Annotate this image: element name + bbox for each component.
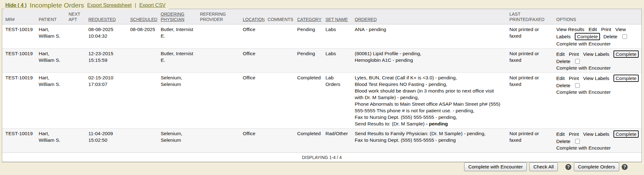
cell-comments [264, 73, 294, 129]
row-checkbox[interactable] [622, 34, 627, 39]
view-labels-link[interactable]: View Labels [583, 51, 609, 57]
row-checkbox[interactable] [575, 83, 580, 88]
cell-ordered: Send Results to Family Physician: (Dr. M… [352, 129, 506, 153]
cell-next_apt [65, 73, 85, 129]
complete-button[interactable]: Complete [613, 50, 639, 58]
complete-with-encounter-link[interactable]: Complete with Encounter [556, 145, 641, 151]
cell-scheduled: 08-08-2025 [127, 24, 158, 49]
complete-button[interactable]: Complete [575, 33, 600, 40]
complete-button[interactable]: Complete [613, 75, 639, 82]
cell-scheduled [127, 73, 158, 129]
edit-link[interactable]: Edit [556, 51, 565, 57]
column-header-set_name[interactable]: SET NAME [322, 9, 352, 24]
bottom-action-bar: Complete with Encounter Check All ? Comp… [464, 162, 628, 171]
column-header-patient: PATIENT [36, 9, 65, 24]
order-row: TEST-10019Hart,William S.02-15-201017:03… [2, 73, 641, 129]
column-header-scheduled[interactable]: SCHEDULED [127, 9, 158, 24]
print-link[interactable]: Print [569, 51, 579, 57]
cell-location: Office [240, 73, 264, 129]
cell-referring_provider [197, 129, 240, 153]
orders-page: Hide ( 4 ) Incomplete Orders Export Spre… [0, 0, 644, 175]
help-icon[interactable]: ? [565, 164, 571, 170]
help-icon[interactable]: ? [622, 164, 628, 170]
column-header-ordered[interactable]: ORDERED [352, 9, 506, 24]
row-checkbox[interactable] [575, 139, 580, 144]
column-header-next_apt: NEXTAPT [65, 9, 85, 24]
cell-options: View Results Edit Print View Labels Comp… [553, 24, 641, 49]
cell-patient: Hart,William S. [36, 24, 65, 49]
complete-button[interactable]: Complete [613, 130, 639, 138]
cell-referring_provider [197, 73, 240, 129]
delete-link[interactable]: Delete [556, 59, 570, 64]
delete-link[interactable]: Delete [556, 139, 570, 144]
column-header-mr: MR# [2, 9, 36, 24]
cell-scheduled [127, 49, 158, 73]
view-labels-link[interactable]: View Labels [583, 76, 609, 81]
cell-ordered: Lytes, BUN, Creat (Call if K+ is <3.0) -… [352, 73, 506, 129]
cell-ordering_physician: Selenium,Selenium [158, 129, 197, 153]
cell-comments [264, 49, 294, 73]
cell-options: Edit Print View Labels Complete Delete C… [553, 129, 641, 153]
cell-category: Completed [294, 73, 322, 129]
column-header-category[interactable]: CATEGORY [294, 9, 322, 24]
panel-legend: Hide ( 4 ) Incomplete Orders Export Spre… [4, 1, 169, 10]
column-header-comments: COMMENTS [264, 9, 294, 24]
column-header-options: OPTIONS [553, 9, 641, 24]
table-footer-row: DISPLAYING 1-4 / 4 [2, 153, 641, 162]
complete-with-encounter-link[interactable]: Complete with Encounter [556, 65, 641, 71]
cell-mr: TEST-10019 [2, 129, 36, 153]
check-all-button[interactable]: Check All [529, 162, 558, 171]
column-header-requested[interactable]: REQUESTED [85, 9, 127, 24]
view-labels-link[interactable]: View Labels [583, 131, 609, 137]
cell-requested: 12-23-201515:15:59 [85, 49, 127, 73]
edit-link[interactable]: Edit [589, 27, 597, 32]
cell-requested: 02-15-201017:03:07 [85, 73, 127, 129]
cell-requested: 11-04-200915:02:50 [85, 129, 127, 153]
cell-category: Pending [294, 24, 322, 49]
complete-orders-button[interactable]: Complete Orders [574, 162, 619, 171]
cell-last_printed: Not printed orfaxed [506, 73, 553, 129]
displaying-count: DISPLAYING 1-4 / 4 [2, 153, 641, 162]
cell-mr: TEST-10019 [2, 73, 36, 129]
edit-link[interactable]: Edit [556, 76, 565, 81]
cell-options: Edit Print View Labels Complete Delete C… [553, 73, 641, 129]
cell-category: Completed [294, 129, 322, 153]
cell-referring_provider [197, 49, 240, 73]
legend-separator: | [135, 3, 136, 8]
cell-last_printed: Not printed orfaxed [506, 24, 553, 49]
incomplete-orders-table: MR#PATIENTNEXTAPTREQUESTEDSCHEDULEDORDER… [2, 9, 641, 162]
complete-with-encounter-link[interactable]: Complete with Encounter [556, 89, 641, 95]
print-link[interactable]: Print [569, 131, 579, 137]
column-header-location[interactable]: LOCATION [240, 9, 264, 24]
edit-link[interactable]: Edit [556, 131, 565, 137]
cell-patient: Hart,William S. [36, 129, 65, 153]
cell-comments [264, 24, 294, 49]
cell-referring_provider [197, 24, 240, 49]
cell-mr: TEST-10019 [2, 49, 36, 73]
order-row: TEST-10019Hart,William S.11-04-200915:02… [2, 129, 641, 153]
cell-set_name: Rad/Other [322, 129, 352, 153]
complete-with-encounter-link[interactable]: Complete with Encounter [556, 40, 641, 47]
export-csv-link[interactable]: Export CSV [139, 3, 166, 8]
column-header-ordering_physician[interactable]: ORDERINGPHYSICIAN [158, 9, 197, 24]
cell-ordering_physician: Selenium,Selenium [158, 73, 197, 129]
print-link[interactable]: Print [569, 76, 579, 81]
cell-location: Office [240, 129, 264, 153]
delete-link[interactable]: Delete [556, 83, 570, 88]
cell-last_printed: Not printed orfaxed [506, 49, 553, 73]
cell-next_apt [65, 24, 85, 49]
incomplete-orders-panel: Hide ( 4 ) Incomplete Orders Export Spre… [2, 9, 642, 162]
cell-patient: Hart,William S. [36, 49, 65, 73]
delete-link[interactable]: Delete [603, 34, 618, 39]
cell-ordering_physician: Butler, InternistE. [158, 24, 197, 49]
print-link[interactable]: Print [601, 27, 611, 32]
cell-set_name: Labs [322, 24, 352, 49]
cell-last_printed: Not printed orfaxed [506, 129, 553, 153]
page-title: Incomplete Orders [30, 2, 84, 9]
row-checkbox[interactable] [575, 59, 580, 64]
complete-with-encounter-button[interactable]: Complete with Encounter [464, 162, 527, 171]
hide-link[interactable]: Hide ( 4 ) [5, 3, 27, 8]
view-results-link[interactable]: View Results [556, 27, 584, 32]
cell-location: Office [240, 49, 264, 73]
export-spreadsheet-link[interactable]: Export Spreadsheet [87, 3, 131, 8]
